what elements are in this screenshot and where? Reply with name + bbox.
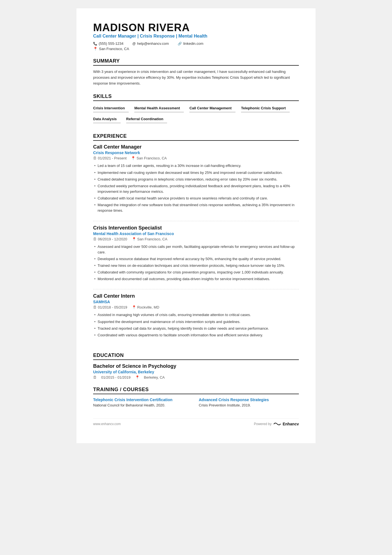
training-section: TRAINING / COURSES Telephonic Crisis Int…: [93, 387, 299, 407]
job-dates-item: 🗓 01/2021 - Present: [93, 156, 126, 160]
skill-tag: Data Analysis: [93, 115, 121, 123]
location-row: 📍 San Francisco, CA: [93, 47, 299, 51]
company-name: SAMHSA: [93, 300, 299, 304]
bullet-item: Collaborated with community organization…: [93, 269, 299, 276]
job-location: San Francisco, CA: [137, 156, 167, 160]
enhancv-logo-icon: [273, 421, 281, 426]
edu-location-icon: 📍: [135, 375, 140, 379]
training-grid: Telephonic Crisis Intervention Certifica…: [93, 398, 299, 407]
calendar-icon: 🗓: [93, 156, 97, 160]
phone-contact: 📞 (555) 555-1234: [93, 41, 123, 46]
training-item: Telephonic Crisis Intervention Certifica…: [93, 398, 193, 407]
company-name: Crisis Response Network: [93, 151, 299, 155]
training-org: National Council for Behavioral Health, …: [93, 403, 193, 407]
skill-tag: Referral Coordination: [126, 115, 167, 123]
summary-text: With 3 years of experience in crisis int…: [93, 69, 299, 86]
location-pin-icon: 📍: [132, 305, 136, 309]
education-block: Bachelor of Science in Psychology Univer…: [93, 363, 299, 379]
location-pin-icon: 📍: [131, 156, 135, 160]
contact-row: 📞 (555) 555-1234 @ help@enhancv.com 🔗 li…: [93, 41, 299, 46]
bullet-item: Led a team of 15 call center agents, res…: [93, 162, 299, 169]
job-dates-item: 🗓 06/2019 - 12/2020: [93, 237, 127, 241]
job-dates: 01/2021 - Present: [98, 156, 126, 160]
bullet-item: Created detailed training programs in te…: [93, 176, 299, 183]
header: MADISON RIVERA Call Center Manager | Cri…: [93, 22, 299, 51]
skills-section: SKILLS Crisis InterventionMental Health …: [93, 93, 299, 126]
job-dates-item: 🗓 01/2018 - 05/2019: [93, 305, 127, 309]
job-dates: 01/2018 - 05/2019: [98, 305, 127, 309]
training-course-title: Telephonic Crisis Intervention Certifica…: [93, 398, 193, 402]
page-footer: www.enhancv.com Powered by Enhancv: [93, 418, 299, 426]
training-org: Crisis Prevention Institute, 2019.: [199, 403, 299, 407]
training-item: Advanced Crisis Response Strategies Cris…: [199, 398, 299, 407]
bullet-item: Coordinated with various departments to …: [93, 332, 299, 339]
job-title: Call Center Intern: [93, 293, 299, 299]
skill-tag: Mental Health Assessment: [134, 104, 184, 112]
bullet-item: Trained new hires on de-escalation techn…: [93, 262, 299, 269]
job-title: Call Center Manager: [93, 144, 299, 150]
bullet-item: Assessed and triaged over 500 crisis cal…: [93, 243, 299, 256]
summary-section: SUMMARY With 3 years of experience in cr…: [93, 58, 299, 86]
experience-section: EXPERIENCE Call Center Manager Crisis Re…: [93, 133, 299, 345]
footer-logo: Powered by Enhancv: [254, 421, 299, 426]
bullet-item: Tracked and reported call data for analy…: [93, 325, 299, 332]
bullet-item: Developed a resource database that impro…: [93, 256, 299, 262]
phone-icon: 📞: [93, 42, 97, 46]
skill-tag: Telephonic Crisis Support: [241, 104, 290, 112]
bullets-list: Assessed and triaged over 500 crisis cal…: [93, 243, 299, 283]
bullet-item: Conducted weekly performance evaluations…: [93, 183, 299, 195]
bullet-item: Supported the development and maintenanc…: [93, 319, 299, 325]
calendar-icon: 🗓: [93, 305, 97, 309]
powered-by-text: Powered by: [254, 422, 271, 426]
education-title: EDUCATION: [93, 352, 299, 360]
brand-name: Enhancv: [283, 422, 299, 426]
job-title: Crisis Intervention Specialist: [93, 225, 299, 231]
training-course-title: Advanced Crisis Response Strategies: [199, 398, 299, 402]
job-location-item: 📍 Rockville, MD: [132, 305, 159, 309]
location-pin-icon: 📍: [132, 237, 136, 241]
job-meta: 🗓 01/2021 - Present 📍 San Francisco, CA: [93, 156, 299, 160]
training-title: TRAINING / COURSES: [93, 387, 299, 394]
job-location: Rockville, MD: [137, 305, 159, 309]
job-location-item: 📍 San Francisco, CA: [132, 237, 167, 241]
company-name: Mental Health Association of San Francis…: [93, 231, 299, 236]
edu-meta: 🗓 01/2015 - 01/2019 📍 Berkeley, CA: [93, 375, 299, 379]
edu-dates: 01/2015 - 01/2019: [101, 375, 131, 379]
location-icon: 📍: [93, 47, 98, 51]
bullet-item: Collaborated with local mental health se…: [93, 195, 299, 202]
link-icon: 🔗: [178, 42, 182, 46]
bullets-list: Led a team of 15 call center agents, res…: [93, 162, 299, 214]
summary-title: SUMMARY: [93, 58, 299, 66]
location-value: San Francisco, CA: [99, 47, 129, 51]
skills-grid: Crisis InterventionMental Health Assessm…: [93, 104, 299, 126]
skill-tag: Crisis Intervention: [93, 104, 129, 112]
linkedin-contact: 🔗 linkedin.com: [178, 41, 203, 46]
bullet-item: Monitored and documented call outcomes, …: [93, 276, 299, 282]
experience-block: Crisis Intervention Specialist Mental He…: [93, 225, 299, 290]
job-meta: 🗓 06/2019 - 12/2020 📍 San Francisco, CA: [93, 237, 299, 241]
bullet-item: Implemented new call routing system that…: [93, 169, 299, 176]
edu-dates-icon: 🗓: [93, 375, 97, 379]
school-name: University of California, Berkeley: [93, 370, 299, 374]
email-icon: @: [132, 42, 136, 46]
experience-block: Call Center Manager Crisis Response Netw…: [93, 144, 299, 221]
email-value: help@enhancv.com: [137, 41, 169, 46]
job-meta: 🗓 01/2018 - 05/2019 📍 Rockville, MD: [93, 305, 299, 309]
phone-value: (555) 555-1234: [99, 41, 123, 46]
education-section: EDUCATION Bachelor of Science in Psychol…: [93, 352, 299, 379]
email-contact: @ help@enhancv.com: [132, 41, 169, 46]
bullet-item: Assisted in managing high volumes of cri…: [93, 312, 299, 318]
skill-tag: Call Center Management: [189, 104, 235, 112]
resume-page: MADISON RIVERA Call Center Manager | Cri…: [76, 8, 316, 443]
job-location-item: 📍 San Francisco, CA: [131, 156, 167, 160]
experience-block: Call Center Intern SAMHSA 🗓 01/2018 - 05…: [93, 293, 299, 345]
bullet-item: Managed the integration of new software …: [93, 202, 299, 214]
job-dates: 06/2019 - 12/2020: [98, 237, 127, 241]
degree-title: Bachelor of Science in Psychology: [93, 363, 299, 369]
candidate-title: Call Center Manager | Crisis Response | …: [93, 34, 299, 39]
calendar-icon: 🗓: [93, 237, 97, 241]
experience-title: EXPERIENCE: [93, 133, 299, 141]
bullets-list: Assisted in managing high volumes of cri…: [93, 312, 299, 339]
linkedin-value: linkedin.com: [183, 41, 203, 46]
footer-website: www.enhancv.com: [93, 422, 121, 426]
